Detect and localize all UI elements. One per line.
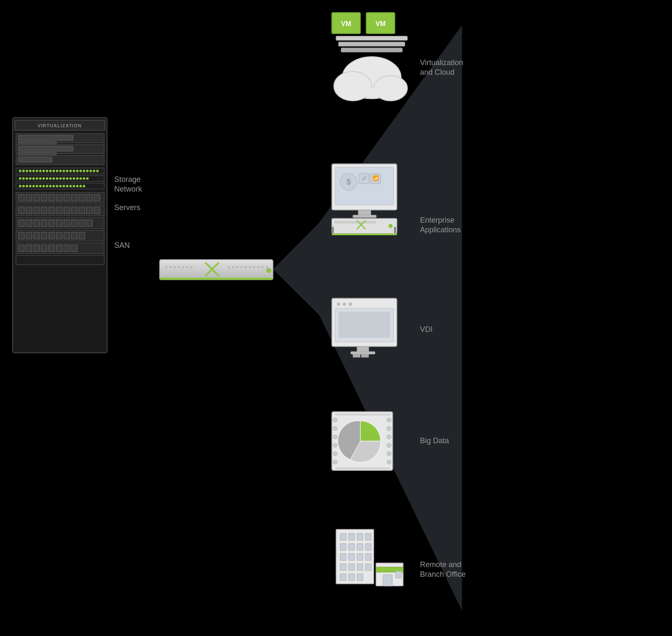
svg-point-17 xyxy=(36,170,38,172)
svg-rect-99 xyxy=(71,207,77,214)
svg-point-198 xyxy=(333,435,337,439)
svg-rect-219 xyxy=(365,544,371,550)
svg-rect-122 xyxy=(71,232,77,239)
svg-point-60 xyxy=(22,185,25,187)
svg-rect-192 xyxy=(351,352,375,354)
svg-rect-214 xyxy=(357,534,363,540)
svg-point-77 xyxy=(79,185,82,187)
svg-point-204 xyxy=(387,435,391,439)
enterprise-applications-label: Enterprise xyxy=(420,216,454,224)
svg-point-150 xyxy=(253,266,255,268)
svg-point-145 xyxy=(232,266,234,268)
svg-point-205 xyxy=(387,443,391,447)
svg-rect-97 xyxy=(56,207,62,214)
svg-point-56 xyxy=(83,177,85,180)
svg-rect-233 xyxy=(383,575,392,586)
svg-rect-101 xyxy=(87,207,92,214)
svg-rect-89 xyxy=(87,194,92,201)
svg-point-188 xyxy=(349,302,352,306)
svg-point-78 xyxy=(83,185,85,187)
svg-text:VM: VM xyxy=(341,20,351,27)
svg-rect-8 xyxy=(18,152,56,158)
svg-rect-90 xyxy=(94,194,100,201)
svg-rect-193 xyxy=(353,354,360,357)
svg-point-64 xyxy=(36,185,38,187)
svg-point-67 xyxy=(46,185,48,187)
svg-rect-86 xyxy=(64,194,70,201)
svg-line-179 xyxy=(357,221,365,229)
svg-rect-119 xyxy=(49,232,55,239)
svg-rect-156 xyxy=(332,13,360,34)
svg-rect-175 xyxy=(358,210,371,215)
svg-rect-127 xyxy=(34,245,39,252)
svg-point-44 xyxy=(42,177,45,180)
svg-rect-216 xyxy=(340,544,346,550)
svg-point-197 xyxy=(333,426,337,431)
svg-rect-183 xyxy=(332,227,334,233)
svg-rect-131 xyxy=(64,245,70,252)
svg-point-196 xyxy=(333,418,337,422)
svg-point-30 xyxy=(79,170,82,172)
svg-rect-133 xyxy=(16,255,104,265)
svg-rect-224 xyxy=(340,564,346,570)
svg-rect-134 xyxy=(160,260,273,280)
svg-point-53 xyxy=(73,177,75,180)
svg-rect-2 xyxy=(15,120,105,130)
vdi-label: VDI xyxy=(420,325,433,334)
svg-point-203 xyxy=(387,426,391,431)
svg-point-55 xyxy=(79,177,82,180)
svg-rect-111 xyxy=(71,220,77,226)
svg-point-57 xyxy=(86,177,89,180)
svg-point-46 xyxy=(49,177,52,180)
enterprise-applications-label2: Applications xyxy=(420,226,461,234)
svg-point-138 xyxy=(178,266,180,268)
svg-text:VM: VM xyxy=(375,20,386,27)
virtualization-cloud-label2: and Cloud xyxy=(420,68,454,76)
svg-rect-123 xyxy=(79,232,85,239)
svg-point-18 xyxy=(39,170,42,172)
svg-rect-98 xyxy=(64,207,70,214)
svg-point-136 xyxy=(169,266,172,268)
svg-point-43 xyxy=(39,177,42,180)
svg-rect-3 xyxy=(16,134,104,143)
svg-rect-191 xyxy=(357,347,369,352)
svg-rect-80 xyxy=(18,194,24,201)
svg-point-144 xyxy=(228,266,230,268)
svg-rect-109 xyxy=(56,220,62,226)
svg-rect-10 xyxy=(18,157,52,162)
svg-point-26 xyxy=(66,170,68,172)
svg-point-164 xyxy=(334,71,372,101)
svg-rect-87 xyxy=(71,194,77,201)
svg-point-14 xyxy=(26,170,28,172)
svg-point-32 xyxy=(86,170,89,172)
svg-point-74 xyxy=(69,185,72,187)
svg-rect-177 xyxy=(332,218,397,234)
svg-point-65 xyxy=(39,185,42,187)
svg-point-59 xyxy=(19,185,21,187)
svg-rect-114 xyxy=(16,230,104,241)
svg-rect-158 xyxy=(366,13,395,34)
svg-rect-178 xyxy=(334,221,376,223)
svg-point-31 xyxy=(83,170,85,172)
svg-point-75 xyxy=(73,185,75,187)
svg-rect-212 xyxy=(340,534,346,540)
svg-rect-161 xyxy=(339,42,405,46)
svg-point-165 xyxy=(374,76,407,101)
svg-rect-195 xyxy=(332,412,393,470)
svg-rect-83 xyxy=(41,194,47,201)
svg-point-25 xyxy=(63,170,65,172)
svg-rect-229 xyxy=(349,574,354,581)
svg-rect-194 xyxy=(361,354,369,357)
svg-rect-184 xyxy=(394,227,396,233)
svg-point-62 xyxy=(29,185,32,187)
svg-point-42 xyxy=(36,177,38,180)
svg-point-200 xyxy=(333,452,337,456)
svg-point-22 xyxy=(52,170,55,172)
storage-network-label2: Network xyxy=(114,185,142,193)
svg-rect-7 xyxy=(18,146,73,151)
svg-point-37 xyxy=(19,177,21,180)
svg-rect-209 xyxy=(335,414,391,415)
svg-marker-0 xyxy=(273,25,462,611)
svg-point-28 xyxy=(73,170,75,172)
svg-rect-155 xyxy=(160,278,273,280)
